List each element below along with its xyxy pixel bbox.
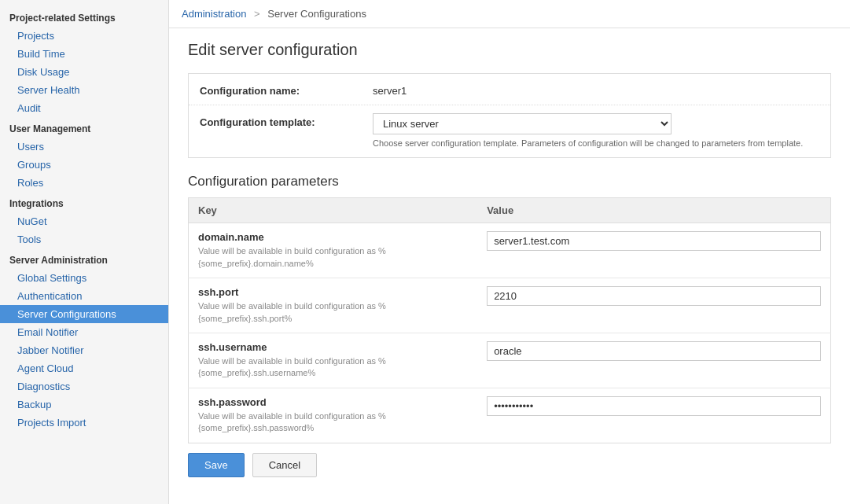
config-template-row: Configuration template: Linux server Win… xyxy=(189,105,830,157)
sidebar-item-agent-cloud[interactable]: Agent Cloud xyxy=(0,359,168,377)
sidebar-item-server-configurations[interactable]: Server Configurations xyxy=(0,305,168,323)
sidebar-section-title: Project-related Settings xyxy=(0,6,168,27)
sidebar-item-build-time[interactable]: Build Time xyxy=(0,45,168,63)
sidebar-item-nuget[interactable]: NuGet xyxy=(0,212,168,230)
params-table-header: Key Value xyxy=(189,198,831,223)
params-table: Key Value domain.nameValue will be avail… xyxy=(188,197,831,443)
param-key-3: ssh.password xyxy=(198,396,468,408)
config-template-hint: Choose server configuration template. Pa… xyxy=(373,138,819,149)
param-input-0[interactable] xyxy=(487,231,821,251)
param-input-1[interactable] xyxy=(487,286,821,306)
param-hint-3: Value will be available in build configu… xyxy=(198,410,468,435)
sidebar-item-tools[interactable]: Tools xyxy=(0,230,168,248)
sidebar-item-users[interactable]: Users xyxy=(0,138,168,156)
config-form: Configuration name: server1 Configuratio… xyxy=(188,73,831,158)
sidebar-section-title: Integrations xyxy=(0,192,168,212)
sidebar-item-disk-usage[interactable]: Disk Usage xyxy=(0,63,168,81)
sidebar-item-server-health[interactable]: Server Health xyxy=(0,81,168,99)
table-row: ssh.portValue will be available in build… xyxy=(189,278,831,333)
sidebar-item-diagnostics[interactable]: Diagnostics xyxy=(0,377,168,395)
config-template-value: Linux server Windows server Custom Choos… xyxy=(373,113,819,149)
cancel-button[interactable]: Cancel xyxy=(252,453,317,477)
params-table-body: domain.nameValue will be available in bu… xyxy=(189,223,831,443)
page-title: Edit server configuration xyxy=(188,41,831,59)
param-key-2: ssh.username xyxy=(198,341,468,353)
param-key-0: domain.name xyxy=(198,231,468,243)
config-template-label: Configuration template: xyxy=(200,113,373,128)
sidebar-section-title: User Management xyxy=(0,117,168,138)
table-row: ssh.usernameValue will be available in b… xyxy=(189,333,831,388)
param-hint-2: Value will be available in build configu… xyxy=(198,355,468,380)
config-name-row: Configuration name: server1 xyxy=(189,74,830,105)
save-button[interactable]: Save xyxy=(188,453,245,477)
param-input-3[interactable] xyxy=(487,396,821,416)
config-name-label: Configuration name: xyxy=(200,82,373,97)
param-hint-0: Value will be available in build configu… xyxy=(198,245,468,270)
sidebar-section-title: Server Administration xyxy=(0,248,168,269)
col-value-header: Value xyxy=(477,198,830,223)
config-template-select[interactable]: Linux server Windows server Custom xyxy=(373,113,672,134)
sidebar: Project-related SettingsProjectsBuild Ti… xyxy=(0,0,169,504)
main-content: Administration > Server Configurations E… xyxy=(169,0,850,504)
page-content: Edit server configuration Configuration … xyxy=(169,28,850,504)
breadcrumb: Administration > Server Configurations xyxy=(169,0,850,28)
breadcrumb-current: Server Configurations xyxy=(267,8,366,20)
sidebar-item-roles[interactable]: Roles xyxy=(0,174,168,192)
sidebar-item-audit[interactable]: Audit xyxy=(0,99,168,117)
breadcrumb-root[interactable]: Administration xyxy=(182,8,246,20)
breadcrumb-separator: > xyxy=(254,8,260,20)
param-input-2[interactable] xyxy=(487,341,821,361)
sidebar-item-jabber-notifier[interactable]: Jabber Notifier xyxy=(0,341,168,359)
sidebar-item-email-notifier[interactable]: Email Notifier xyxy=(0,323,168,341)
sidebar-item-projects-import[interactable]: Projects Import xyxy=(0,414,168,432)
param-hint-1: Value will be available in build configu… xyxy=(198,300,468,325)
sidebar-item-groups[interactable]: Groups xyxy=(0,156,168,174)
sidebar-item-projects[interactable]: Projects xyxy=(0,27,168,45)
sidebar-item-global-settings[interactable]: Global Settings xyxy=(0,269,168,287)
param-key-1: ssh.port xyxy=(198,286,468,298)
form-buttons: Save Cancel xyxy=(188,443,831,484)
sidebar-item-authentication[interactable]: Authentication xyxy=(0,287,168,305)
table-row: domain.nameValue will be available in bu… xyxy=(189,223,831,278)
col-key-header: Key xyxy=(189,198,478,223)
params-section-title: Configuration parameters xyxy=(188,174,831,189)
sidebar-item-backup[interactable]: Backup xyxy=(0,395,168,414)
table-row: ssh.passwordValue will be available in b… xyxy=(189,388,831,443)
config-name-value: server1 xyxy=(373,82,819,97)
